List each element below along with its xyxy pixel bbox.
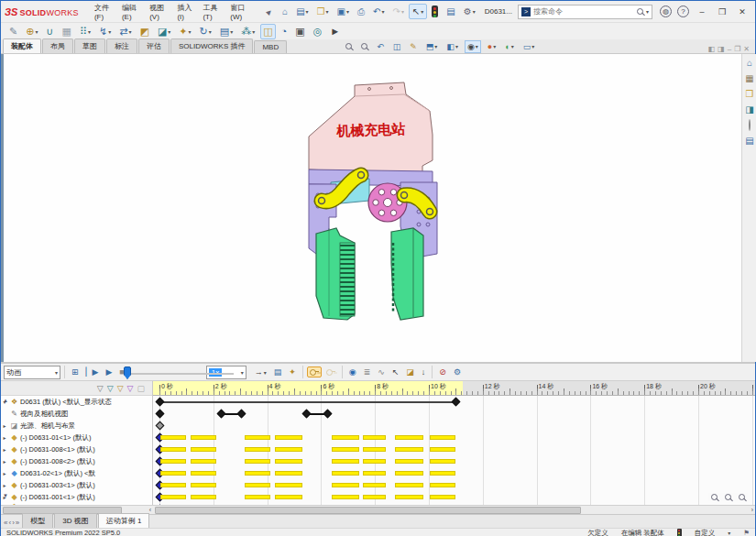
change-bar[interactable] <box>275 483 301 487</box>
change-bar[interactable] <box>363 495 386 499</box>
change-bar[interactable] <box>245 459 270 464</box>
section-view-icon[interactable]: ◫ <box>390 40 404 53</box>
reference-geometry-icon[interactable]: ✦▾ <box>176 24 193 39</box>
close-button[interactable]: ✕ <box>733 5 751 19</box>
tree-scroll-down-icon[interactable]: ▼ <box>2 493 9 498</box>
search-icon[interactable] <box>637 8 643 15</box>
keypoint[interactable] <box>217 410 226 419</box>
doc-minimize-icon[interactable]: – <box>728 45 731 53</box>
search-input[interactable] <box>533 7 634 16</box>
select-cursor-icon[interactable]: ↖▾ <box>409 4 427 19</box>
save-icon[interactable]: ▣▾ <box>334 4 353 19</box>
autokey-icon[interactable] <box>323 366 338 377</box>
open-document-icon[interactable]: ❒▾ <box>313 4 333 19</box>
motion-study-properties-icon[interactable]: ⚙ <box>451 366 464 378</box>
doc-close-icon[interactable]: ✕ <box>743 45 750 53</box>
view-orientation-icon[interactable]: ⬒▾ <box>423 40 441 53</box>
previous-view-icon[interactable]: ↶ <box>374 40 387 53</box>
track-row-1[interactable] <box>153 408 755 420</box>
track-row-6[interactable] <box>153 467 755 479</box>
expand-arrow-icon[interactable]: ▸ <box>1 470 8 476</box>
tree-item-0[interactable]: ▾❖D0631 (默认) <默认_显示状态 <box>1 396 152 408</box>
change-bar[interactable] <box>191 435 216 440</box>
tab-next-icon[interactable]: › <box>12 519 15 527</box>
study-type-select[interactable]: 动画 ▾ <box>4 366 60 379</box>
show-hidden-components-icon[interactable]: ◩ <box>137 24 151 39</box>
login-account-icon[interactable]: ◍ <box>660 5 672 17</box>
tab-评估[interactable]: 评估 <box>138 38 170 53</box>
zoom-to-area-icon[interactable] <box>358 41 370 51</box>
tab-prev-icon[interactable]: ‹ <box>8 519 11 527</box>
timeline-hscroll-thumb[interactable] <box>155 507 581 514</box>
change-bar[interactable] <box>395 435 423 440</box>
design-library-icon[interactable]: ▦ <box>745 73 753 83</box>
view-palette-icon[interactable]: ◨ <box>745 104 753 115</box>
expand-arrow-icon[interactable]: ▸ <box>1 446 8 453</box>
large-design-review-icon[interactable]: ◎ <box>311 24 325 39</box>
change-bar[interactable] <box>363 459 386 464</box>
minimize-button[interactable]: – <box>693 5 711 19</box>
tree-item-5[interactable]: ▸◆(-) D0631-008<2> (默认) <box>1 455 152 467</box>
timeline-ruler[interactable]: 0 秒2 秒4 秒6 秒8 秒10 秒12 秒14 秒16 秒18 秒20 秒 <box>153 381 755 396</box>
timeline-zoom-out-icon[interactable] <box>739 494 745 500</box>
change-bar[interactable] <box>245 495 270 499</box>
feature-manager-collapsed-strip[interactable] <box>1 54 4 362</box>
pane-next-icon[interactable]: ◨ <box>718 45 725 53</box>
command-search-box[interactable]: > ▾ <box>518 5 652 19</box>
doc-tab-模型[interactable]: 模型 <box>22 513 53 528</box>
menu-3[interactable]: 插入(I) <box>172 0 197 24</box>
timeline-tracks[interactable] <box>153 396 755 505</box>
tree-item-3[interactable]: ▸◆(-) D0631-01<1> (默认) <box>1 432 152 443</box>
change-bar[interactable] <box>245 447 270 452</box>
change-bar[interactable] <box>245 471 270 476</box>
tab-装配体[interactable]: 装配体 <box>3 38 41 53</box>
timebar-groove[interactable] <box>126 373 234 375</box>
change-bar[interactable] <box>430 435 455 440</box>
file-explorer-icon[interactable]: ❒ <box>746 89 754 99</box>
change-bar[interactable] <box>191 495 216 499</box>
change-bar[interactable] <box>395 495 423 499</box>
change-bar[interactable] <box>395 447 423 452</box>
play-from-start-icon[interactable]: ▏▶ <box>83 366 102 378</box>
rebuild-traffic-light-icon[interactable] <box>428 3 442 20</box>
redo-icon[interactable]: ↷▾ <box>389 4 407 19</box>
undo-icon[interactable]: ↶▾ <box>369 4 388 19</box>
track-row-8[interactable] <box>153 491 755 503</box>
insert-components-icon[interactable]: ⊕▾ <box>23 24 40 39</box>
force-icon[interactable]: ↖ <box>389 366 402 378</box>
tab-草图[interactable]: 草图 <box>74 38 105 53</box>
add-key-icon[interactable] <box>307 366 322 377</box>
keypoint[interactable] <box>155 410 164 419</box>
component-preview-icon[interactable]: ▦ <box>60 24 74 39</box>
change-bar[interactable] <box>332 483 358 487</box>
more-tools-arrow-icon[interactable]: ► <box>327 24 343 38</box>
maximize-button[interactable]: ❒ <box>713 5 731 19</box>
change-bar[interactable] <box>191 459 216 464</box>
track-row-7[interactable] <box>153 479 755 491</box>
tree-item-2[interactable]: ▸◪光源、相机与布景 <box>1 420 152 432</box>
new-motion-study-icon[interactable]: ↻▾ <box>197 24 214 39</box>
keypoint[interactable] <box>323 410 333 419</box>
change-bar[interactable] <box>332 435 358 440</box>
playback-speed-select[interactable]: 1x ▾ <box>206 366 247 379</box>
timeline-zoom-fit-icon[interactable] <box>711 494 718 500</box>
expand-arrow-icon[interactable]: ▸ <box>1 482 8 488</box>
expand-arrow-icon[interactable]: ▸ <box>1 458 8 465</box>
search-caret-icon[interactable]: ▾ <box>646 8 649 15</box>
change-bar[interactable] <box>160 471 186 476</box>
tab-first-icon[interactable]: « <box>4 519 7 527</box>
damper-icon[interactable]: ∿ <box>375 366 388 378</box>
tag-icon[interactable]: ⚑ <box>743 529 750 536</box>
change-bar[interactable] <box>430 447 455 452</box>
help-icon[interactable]: ? <box>677 5 689 17</box>
edit-component-icon[interactable]: ✎ <box>6 24 20 39</box>
keypoint[interactable] <box>155 421 164 431</box>
edit-appearance-icon[interactable]: ●▾ <box>485 40 499 53</box>
appearances-scenes-icon[interactable] <box>749 120 751 130</box>
change-bar[interactable] <box>430 459 455 464</box>
custom-caret-icon[interactable]: ▾ <box>728 530 730 536</box>
change-bar[interactable] <box>363 483 386 487</box>
playback-mode-icon[interactable]: →▾ <box>252 366 269 378</box>
spring-icon[interactable]: ≣ <box>361 366 374 378</box>
instant3d-icon[interactable]: ◫ <box>260 24 275 39</box>
